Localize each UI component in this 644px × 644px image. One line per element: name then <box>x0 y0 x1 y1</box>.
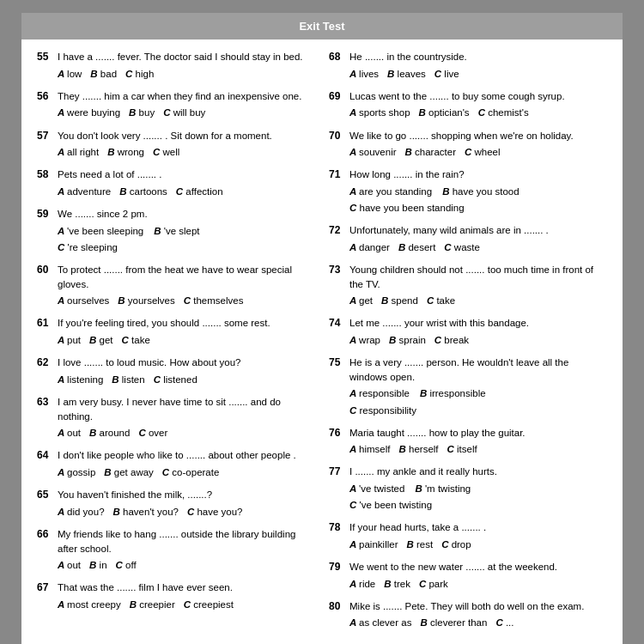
question-text: I have a ....... fever. The doctor said … <box>58 50 315 64</box>
question-text: If you're feeling tired, you should ....… <box>58 316 315 331</box>
option-c: C take <box>122 333 150 347</box>
question-block: 67That was the ....... film I have ever … <box>37 580 315 611</box>
option-b: B optician's <box>419 106 470 119</box>
option-c: C over <box>138 426 167 440</box>
option-c: C have you been standing <box>349 201 607 215</box>
option-c: C take <box>427 294 455 307</box>
question-body: That was the ....... film I have ever se… <box>58 580 315 611</box>
question-number: 60 <box>37 263 58 307</box>
option-b: B have you stood <box>442 185 519 198</box>
option-b: B bad <box>90 67 117 81</box>
option-c: C break <box>434 333 469 347</box>
option-b: B 've slept <box>154 224 199 238</box>
question-block: 58Pets need a lot of ....... .A adventur… <box>37 167 315 198</box>
option-a: A listening <box>58 373 103 386</box>
question-options: A wrapB sprainC break <box>349 333 607 347</box>
question-block: 68He ....... in the countryside.A livesB… <box>329 50 607 81</box>
question-options: A were buyingB buyC will buy <box>58 106 315 119</box>
question-number: 76 <box>329 426 349 457</box>
question-number: 71 <box>329 167 349 215</box>
option-a: A ourselves <box>58 294 109 307</box>
option-c: C listened <box>154 373 197 386</box>
question-number: 70 <box>329 129 349 160</box>
option-c: C co-operate <box>162 465 219 479</box>
option-b: B herself <box>399 442 439 456</box>
question-text: Young children should not ....... too mu… <box>349 263 607 291</box>
option-c: C 're sleeping <box>58 240 315 254</box>
option-c: C creepiest <box>184 598 234 611</box>
question-number: 55 <box>37 50 58 81</box>
question-body: Lucas went to the ....... to buy some co… <box>349 89 607 120</box>
question-text: We like to go ....... shopping when we'r… <box>349 129 607 143</box>
option-b: B leaves <box>387 67 426 81</box>
question-body: If you're feeling tired, you should ....… <box>58 316 315 347</box>
option-c: C 've been twisting <box>349 498 607 512</box>
option-b: B cartoons <box>119 185 167 198</box>
option-a: A gossip <box>58 465 95 479</box>
question-body: He ....... in the countryside.A livesB l… <box>349 50 607 81</box>
question-body: We like to go ....... shopping when we'r… <box>349 129 607 160</box>
option-b: B irresponsible <box>420 386 486 400</box>
option-c: C wheel <box>465 145 501 159</box>
question-options: A ourselvesB yourselvesC themselves <box>58 294 315 307</box>
question-text: Mike is ....... Pete. They will both do … <box>349 599 607 614</box>
question-number: 79 <box>329 560 349 591</box>
question-number: 61 <box>37 316 58 347</box>
question-block: 70We like to go ....... shopping when we… <box>329 129 607 160</box>
question-options: A painkillerB restC drop <box>349 538 607 551</box>
question-number: 73 <box>329 263 349 307</box>
question-block: 59We ....... since 2 pm.A 've been sleep… <box>37 207 315 254</box>
question-number: 77 <box>329 465 349 512</box>
question-body: We went to the new water ....... at the … <box>349 560 607 591</box>
question-number: 68 <box>329 50 349 81</box>
question-options: A 've been sleepingB 've sleptC 're slee… <box>58 224 315 254</box>
question-block: 71How long ....... in the rain?A are you… <box>329 167 607 215</box>
option-c: C park <box>419 577 448 591</box>
question-text: Lucas went to the ....... to buy some co… <box>349 89 607 104</box>
option-a: A most creepy <box>58 598 121 611</box>
option-b: B yourselves <box>118 294 174 307</box>
option-a: A as clever as <box>349 616 411 629</box>
option-a: A painkiller <box>349 538 398 551</box>
right-column: 68He ....... in the countryside.A livesB… <box>322 50 614 639</box>
question-number: 62 <box>37 355 58 386</box>
question-text: I am very busy. I never have time to sit… <box>58 395 315 423</box>
question-block: 64I don't like people who like to ......… <box>37 448 315 479</box>
option-a: A himself <box>349 442 391 456</box>
question-block: 69Lucas went to the ....... to buy some … <box>329 89 607 120</box>
question-text: That was the ....... film I have ever se… <box>58 580 315 595</box>
question-text: He ....... in the countryside. <box>349 50 607 64</box>
question-body: You don't look very ....... . Sit down f… <box>58 129 315 160</box>
question-options: A dangerB desertC waste <box>349 240 607 254</box>
question-block: 56They ....... him a car when they find … <box>37 89 315 120</box>
question-number: 64 <box>37 448 58 479</box>
question-options: A adventureB cartoonsC affection <box>58 185 315 198</box>
option-a: A 've been sleeping <box>58 224 143 238</box>
page-title: Exit Test <box>299 20 344 33</box>
question-block: 60To protect ....... from the heat we ha… <box>37 263 315 307</box>
question-options: A getB spendC take <box>349 294 607 307</box>
question-text: I love ....... to loud music. How about … <box>58 355 315 370</box>
option-a: A were buying <box>58 106 120 119</box>
question-text: You don't look very ....... . Sit down f… <box>58 129 315 143</box>
option-b: B around <box>89 426 130 440</box>
question-options: A 've twistedB 'm twistingC 've been twi… <box>349 482 607 512</box>
question-options: A most creepyB creepierC creepiest <box>58 598 315 611</box>
question-body: Young children should not ....... too mu… <box>349 263 607 307</box>
question-options: A gossipB get awayC co-operate <box>58 465 315 479</box>
option-b: B haven't you? <box>113 505 179 519</box>
option-b: B cleverer than <box>420 616 487 629</box>
question-text: If your head hurts, take a ....... . <box>349 520 607 535</box>
question-block: 62I love ....... to loud music. How abou… <box>37 355 315 386</box>
question-body: I love ....... to loud music. How about … <box>58 355 315 386</box>
option-b: B character <box>405 145 456 159</box>
question-body: I don't like people who like to ....... … <box>58 448 315 479</box>
question-body: You haven't finished the milk, .......?A… <box>58 488 315 519</box>
question-options: A are you standingB have you stoodC have… <box>349 185 607 215</box>
question-number: 65 <box>37 488 58 519</box>
option-b: B creepier <box>130 598 175 611</box>
question-options: A livesB leavesC live <box>349 67 607 81</box>
question-body: I am very busy. I never have time to sit… <box>58 395 315 440</box>
option-c: C chemist's <box>478 106 529 119</box>
option-b: B wrong <box>107 145 144 159</box>
